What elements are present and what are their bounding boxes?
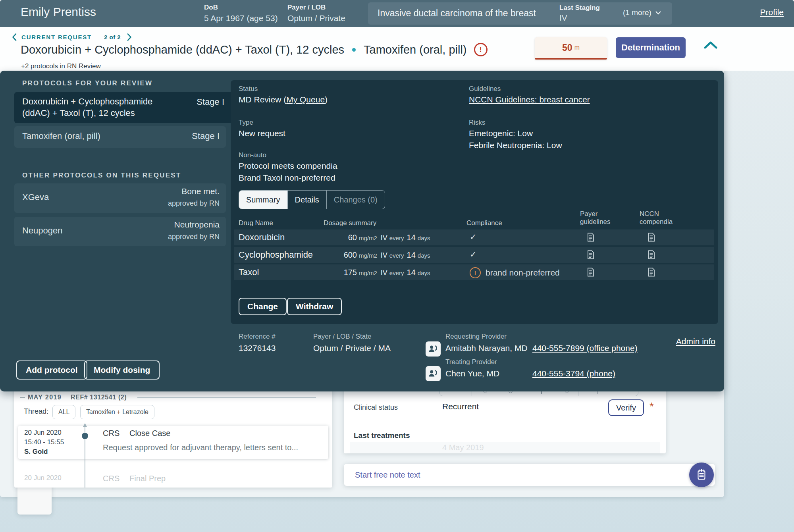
- nccn-compendia-doc-icon[interactable]: [648, 250, 655, 260]
- nonauto-reason-2: Brand Taxol non-preferred: [239, 173, 335, 183]
- free-note-input[interactable]: [344, 464, 715, 486]
- staging-value: IV: [559, 13, 567, 23]
- payer-lob-state-value: Optum / Private / MA: [313, 343, 391, 353]
- protocol-name: Neupogen: [22, 226, 63, 236]
- protocol-name: Tamoxifen (oral, pill): [22, 131, 100, 141]
- requesting-provider-contact-icon: [426, 341, 441, 357]
- faded-treatment-row: 4 May 2019: [350, 442, 660, 453]
- type-value: New request: [239, 129, 285, 138]
- payer-guideline-doc-icon[interactable]: [587, 233, 594, 243]
- breadcrumb: CURRENT REQUEST: [21, 34, 92, 42]
- protocol-stage: Stage I: [197, 97, 224, 107]
- protocol-item-selected[interactable]: Doxorubicin + Cyclophosphamide (ddAC) + …: [14, 92, 231, 123]
- timeline-arrow-icon: [83, 423, 87, 427]
- payer-lob-value: Optum / Private: [287, 13, 345, 23]
- payer-guideline-doc-icon[interactable]: [587, 268, 594, 278]
- collapse-panel-button[interactable]: [703, 40, 718, 50]
- treating-provider-phone-link[interactable]: 440-555-3794 (phone): [532, 369, 615, 378]
- withdraw-button[interactable]: Withdraw: [287, 298, 342, 315]
- protocol-item-neupogen[interactable]: Neupogen Neutropenia approved by RN: [14, 217, 226, 246]
- required-asterisk: *: [649, 400, 654, 413]
- warning-icon: !: [470, 267, 481, 278]
- change-button[interactable]: Change: [239, 298, 287, 315]
- note-templates-button[interactable]: [689, 463, 714, 487]
- history-month: MAY 2019: [28, 394, 62, 401]
- drug-name: Cyclophosphamide: [239, 250, 313, 260]
- guidelines-link[interactable]: NCCN Guidelines: breast cancer: [469, 95, 590, 104]
- entry2-code: CRS: [103, 474, 119, 483]
- tab-changes[interactable]: Changes (0): [326, 191, 385, 209]
- drug-row-taxol: Taxol 175mg/m2IVevery14days !brand non-p…: [234, 264, 714, 280]
- patient-name: Emily Prentiss: [21, 5, 96, 19]
- more-diagnoses-dropdown[interactable]: (1 more): [623, 8, 661, 17]
- history-ref: REF# 1312541 (2): [71, 394, 127, 401]
- payer-lob-state-label: Payer / LOB / State: [313, 333, 371, 341]
- requesting-provider-label: Requesting Provider: [445, 333, 507, 341]
- payer-guideline-doc-icon[interactable]: [587, 250, 594, 260]
- note-bar: [344, 464, 715, 486]
- protocol-status: approved by RN: [168, 199, 220, 208]
- detail-tabs: Summary Details Changes (0): [239, 190, 385, 209]
- dosage-summary: 600mg/m2IVevery14days: [322, 251, 430, 260]
- note-clipboard-icon: [695, 468, 708, 482]
- add-protocol-button[interactable]: Add protocol: [16, 360, 87, 380]
- dosage-summary: 60mg/m2IVevery14days: [322, 233, 430, 242]
- tab-summary[interactable]: Summary: [239, 191, 287, 209]
- verify-button[interactable]: Verify: [608, 399, 644, 416]
- clinical-status-value: Recurrent: [442, 402, 479, 411]
- thread-chip-protocol-label: Tamoxifen + Letrazole: [80, 405, 154, 419]
- protocol-item-xgeva[interactable]: XGeva Bone met. approved by RN: [14, 183, 226, 213]
- last-treatments-label: Last treatments: [354, 431, 410, 440]
- thread-filter-protocol[interactable]: Tamoxifen + Letrazole: [80, 405, 154, 419]
- column-drug-name: Drug Name: [239, 219, 273, 227]
- column-compliance: Compliance: [466, 219, 502, 227]
- protocol-item-tamoxifen[interactable]: Tamoxifen (oral, pill) Stage I: [14, 126, 226, 148]
- thread-filter-all[interactable]: ALL: [52, 405, 75, 419]
- determination-button[interactable]: Determination: [616, 37, 686, 58]
- timer-value: 50: [562, 42, 572, 53]
- entry-code: CRS: [103, 429, 119, 438]
- modify-dosing-button[interactable]: Modify dosing: [84, 360, 160, 380]
- review-timer: 50 m: [535, 37, 607, 60]
- diagnosis-text: Invasive ductal carcinoma of the breast: [378, 8, 536, 19]
- entry-time: 15:40 - 15:55: [24, 438, 64, 446]
- request-title: Doxorubicin + Cyclophosphamide (ddAC) + …: [21, 43, 344, 56]
- tab-details[interactable]: Details: [287, 191, 326, 209]
- request-count: 2 of 2: [104, 34, 121, 42]
- requesting-provider-phone-link[interactable]: 440-555-7899 (office phone): [532, 343, 638, 353]
- nonauto-reason-1: Protocol meets compendia: [239, 161, 337, 171]
- clinical-status-label: Clinical status: [354, 403, 398, 412]
- chevron-down-icon: [655, 11, 661, 15]
- history-entry[interactable]: [18, 426, 328, 459]
- timer-unit: m: [574, 44, 580, 51]
- app-root: Emily Prentiss DoB 5 Apr 1967 (age 53) P…: [0, 0, 794, 532]
- patient-header: Emily Prentiss DoB 5 Apr 1967 (age 53) P…: [0, 0, 724, 27]
- prev-request-button[interactable]: [12, 33, 17, 42]
- treating-provider-name: Chen Yue, MD: [445, 369, 499, 378]
- entry2-title: Final Prep: [129, 474, 166, 483]
- entry-author: S. Gold: [24, 448, 48, 456]
- nccn-compendia-doc-icon[interactable]: [648, 268, 655, 278]
- other-protocols-header: OTHER PROTOCOLS ON THIS REQUEST: [22, 172, 181, 179]
- compliance-check: ✓: [470, 232, 477, 242]
- history-header-dash: [20, 397, 25, 398]
- nccn-compendia-doc-icon[interactable]: [648, 233, 655, 243]
- reference-label: Reference #: [239, 333, 276, 341]
- guidelines-label: Guidelines: [469, 85, 501, 93]
- column-nccn-compendia: NCCNcompendia: [640, 210, 673, 226]
- review-overlay: PROTOCOLS FOR YOUR REVIEW Doxorubicin + …: [0, 71, 724, 391]
- drug-row-cyclophosphamide: Cyclophosphamide 600mg/m2IVevery14days ✓: [234, 247, 714, 263]
- status-value: MD Review (My Queue): [239, 95, 328, 104]
- column-dosage: Dosage summary: [324, 219, 376, 227]
- drug-name: Doxorubicin: [239, 232, 285, 243]
- drug-name: Taxol: [239, 267, 259, 278]
- risk-emetogenic: Emetogenic: Low: [469, 129, 533, 138]
- compliance-check: ✓: [470, 250, 477, 259]
- risks-label: Risks: [469, 119, 486, 127]
- next-request-button[interactable]: [127, 33, 132, 42]
- alert-icon[interactable]: !: [474, 43, 488, 56]
- protocol-name: Doxorubicin + Cyclophosphamide (ddAC) + …: [22, 96, 152, 119]
- admin-info-link[interactable]: Admin info: [676, 337, 715, 346]
- my-queue-link[interactable]: My Queue: [286, 95, 325, 104]
- more-diagnoses-label: (1 more): [623, 8, 651, 17]
